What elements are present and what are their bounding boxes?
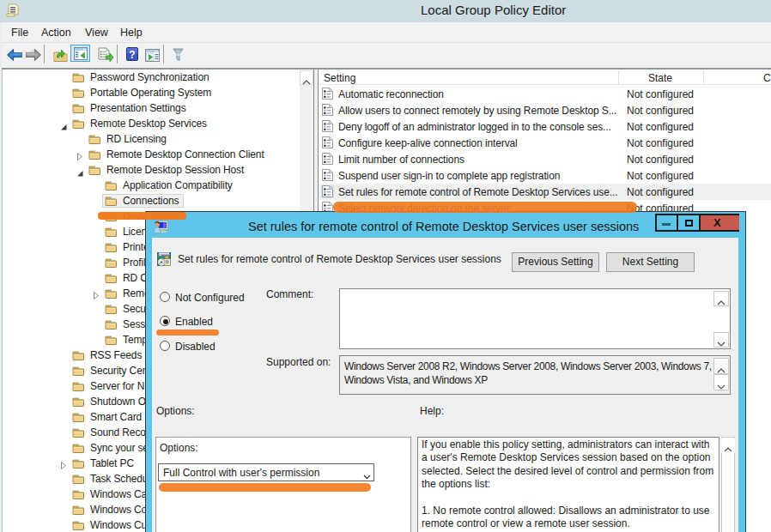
svg-text:?: ? xyxy=(129,49,135,61)
